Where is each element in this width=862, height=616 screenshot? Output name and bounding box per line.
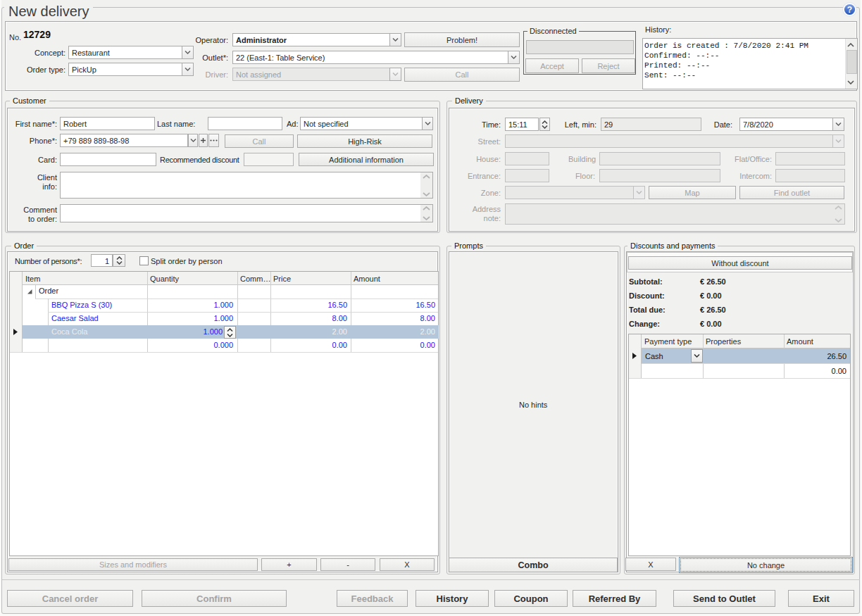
svg-text:?: ? [847,5,852,15]
